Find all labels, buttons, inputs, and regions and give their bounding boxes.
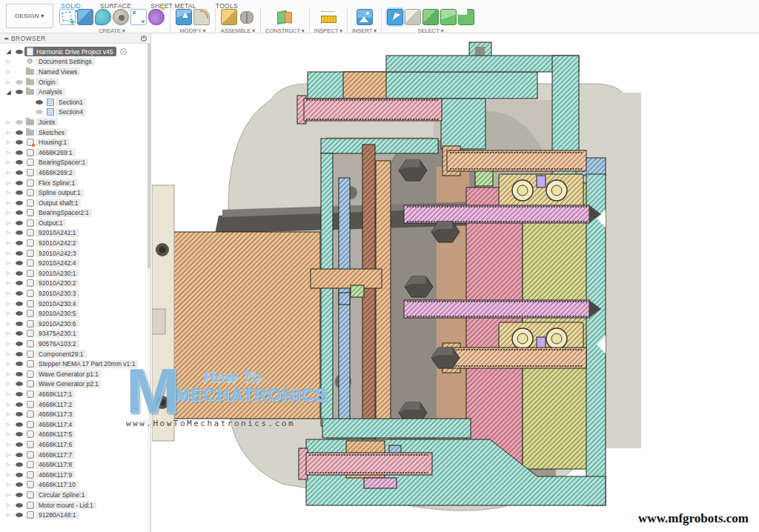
press-pull-icon[interactable] — [176, 9, 192, 25]
tree-row[interactable]: ▷Flex Spline:1 — [0, 178, 150, 188]
eye-toggle[interactable] — [13, 201, 24, 205]
tree-row[interactable]: ▷Wave Generator p1:1 — [0, 369, 150, 379]
tree-expand-icon[interactable]: ▷ — [4, 422, 13, 428]
tree-expand-icon[interactable]: ▷ — [4, 220, 13, 226]
eye-toggle[interactable] — [13, 120, 24, 124]
tree-expand-icon[interactable]: ▷ — [4, 321, 13, 327]
tree-expand-icon[interactable]: ▷ — [4, 270, 13, 276]
tree-row[interactable]: ▷4668K117:8 — [0, 459, 150, 470]
tree-item-label[interactable]: Housing:1 — [36, 139, 70, 147]
tree-row[interactable]: ▷BearingSpacer:1 — [0, 158, 150, 168]
tree-row[interactable]: ▷92010A242:3 — [0, 248, 150, 259]
tree-item-label[interactable]: Output:1 — [36, 219, 66, 227]
tree-row[interactable]: ▷4668K269:2 — [0, 167, 150, 178]
form-icon[interactable] — [148, 9, 165, 25]
eye-toggle[interactable] — [13, 90, 24, 94]
tree-row[interactable]: ▷Component29:1 — [0, 349, 150, 359]
measure-icon[interactable] — [320, 9, 337, 25]
tree-expand-icon[interactable]: ▷ — [4, 69, 13, 75]
tree-row[interactable]: ▷Wave Generator p2:1 — [0, 379, 150, 390]
eye-toggle[interactable] — [13, 462, 24, 467]
extrude-icon[interactable] — [77, 9, 93, 25]
eye-toggle[interactable] — [13, 50, 24, 54]
eye-toggle[interactable] — [13, 331, 24, 336]
tree-row[interactable]: ◢Analysis — [0, 87, 150, 97]
tree-row[interactable]: ▷Output shaft:1 — [0, 198, 150, 208]
tree-row[interactable]: ▷92010A230:3 — [0, 288, 150, 299]
select-step-icon[interactable] — [458, 9, 474, 25]
tree-expand-icon[interactable]: ▷ — [4, 280, 13, 286]
tree-expand-icon[interactable]: ▷ — [4, 411, 13, 417]
tree-row[interactable]: Section1 — [0, 97, 150, 107]
eye-toggle[interactable] — [13, 322, 24, 326]
eye-toggle[interactable] — [13, 473, 24, 477]
output-bearing-top[interactable] — [499, 174, 583, 207]
eye-toggle[interactable] — [33, 110, 44, 114]
sketch-icon[interactable] — [59, 9, 76, 25]
select-window-icon[interactable] — [387, 9, 403, 25]
tree-root-row[interactable]: ◢ Harmonic Drive Project v45 — [0, 47, 150, 57]
tree-item-label[interactable]: 90576A103:2 — [36, 340, 79, 348]
select-solid-icon[interactable] — [422, 9, 439, 25]
eye-toggle[interactable] — [13, 80, 24, 84]
tree-expand-icon[interactable]: ▷ — [4, 139, 13, 145]
eye-toggle[interactable] — [13, 412, 24, 416]
tree-row[interactable]: ▷4668K117:2 — [0, 399, 150, 410]
eye-toggle[interactable] — [13, 362, 24, 366]
tree-expand-icon[interactable]: ▷ — [4, 79, 13, 85]
tree-row[interactable]: ▷Joints — [0, 117, 150, 127]
tree-item-label[interactable]: 4668K117:9 — [36, 471, 75, 479]
tree-expand-icon[interactable]: ▷ — [4, 119, 13, 125]
tree-expand-icon[interactable]: ▷ — [4, 130, 13, 136]
joint-icon[interactable] — [239, 9, 255, 25]
tree-item-label[interactable]: 92010A242:2 — [36, 239, 79, 247]
tree-expand-icon[interactable]: ▷ — [4, 301, 13, 307]
group-label[interactable]: SELECT ▾ — [418, 27, 444, 34]
construction-plane-icon[interactable] — [276, 9, 293, 25]
new-component-icon[interactable] — [221, 9, 237, 25]
tree-expand-icon[interactable]: ▷ — [4, 442, 13, 448]
tree-item-label[interactable]: Wave Generator p1:1 — [36, 370, 102, 378]
tree-expand-icon[interactable]: ▷ — [4, 260, 13, 266]
tree-item-label[interactable]: 4668K117:3 — [36, 410, 75, 419]
tree-item-label[interactable]: BearingSpacer:1 — [36, 159, 88, 167]
revolve-icon[interactable] — [95, 9, 111, 25]
model-viewport[interactable]: www.mfgrobots.com — [152, 33, 759, 532]
tree-expand-icon[interactable]: ▷ — [4, 200, 13, 206]
select-cube-icon[interactable] — [405, 9, 421, 25]
tree-item-label[interactable]: Output shaft:1 — [36, 199, 81, 207]
pipe-icon[interactable] — [130, 9, 147, 25]
tree-expand-icon[interactable]: ▷ — [4, 361, 13, 367]
tree-row[interactable]: ▷4668K117:6 — [0, 439, 150, 450]
tree-item-label[interactable]: 92010A230:6 — [36, 319, 79, 327]
eye-toggle[interactable] — [13, 140, 24, 144]
tree-expand-icon[interactable]: ▷ — [4, 341, 13, 347]
design-workspace-dropdown[interactable]: DESIGN ▾ — [6, 4, 53, 28]
tree-item-label[interactable]: 92010A242:3 — [36, 249, 79, 257]
tree-expand-icon[interactable]: ▷ — [4, 391, 13, 397]
tree-expand-icon[interactable]: ◢ — [4, 48, 13, 55]
group-label[interactable]: INSPECT ▾ — [314, 27, 342, 34]
tree-row[interactable]: ▷Output:1 — [0, 218, 150, 228]
tree-row[interactable]: ▷4668K117:4 — [0, 419, 150, 430]
tree-item-label[interactable]: Motor mount - Lid:1 — [36, 501, 96, 509]
tree-item-label[interactable]: Section1 — [56, 98, 86, 106]
eye-toggle[interactable] — [13, 170, 24, 175]
tree-row[interactable]: ▷Stepper NEMA 17 Part 20mm v1:1 — [0, 359, 150, 369]
tree-row[interactable]: ▷4668K269:1 — [0, 147, 150, 158]
tree-item-label[interactable]: 92010A242:4 — [36, 259, 79, 267]
tree-expand-icon[interactable]: ▷ — [4, 502, 13, 508]
tree-item-label[interactable]: Origin — [36, 78, 59, 86]
tree-item-label[interactable]: 4668K117:4 — [36, 420, 75, 428]
group-label[interactable]: CREATE ▾ — [99, 27, 125, 34]
tree-row[interactable]: ▷Circular Spline:1 — [0, 490, 150, 500]
tree-row[interactable]: ▷4668K117:9 — [0, 470, 150, 480]
tree-row[interactable]: ▷Named Views — [0, 67, 150, 77]
eye-toggle[interactable] — [13, 493, 24, 497]
eye-toggle[interactable] — [13, 482, 24, 487]
eye-toggle[interactable] — [13, 372, 24, 376]
tree-row[interactable]: ▷4668K117:10 — [0, 480, 150, 491]
tree-expand-icon[interactable]: ▷ — [4, 381, 13, 387]
tree-row[interactable]: ▷90576A103:2 — [0, 339, 150, 349]
select-group-icon[interactable] — [440, 9, 457, 25]
